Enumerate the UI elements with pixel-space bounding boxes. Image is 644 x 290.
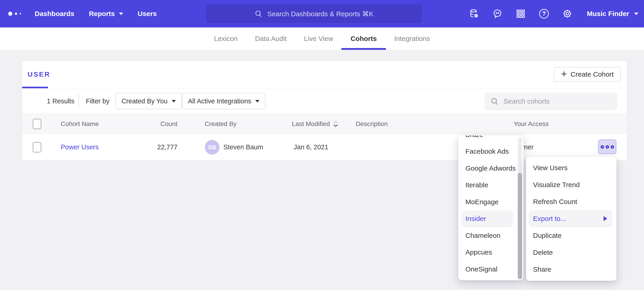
- column-header-created-by[interactable]: Created By: [204, 114, 236, 134]
- tab-user-cohorts[interactable]: USER: [28, 70, 50, 78]
- feedback-icon[interactable]: [492, 9, 502, 19]
- column-header-label: Last Modified: [292, 120, 330, 128]
- menu-item-duplicate[interactable]: Duplicate: [526, 227, 616, 244]
- cohort-name-link[interactable]: Power Users: [61, 134, 99, 160]
- nav-item-label: Users: [138, 10, 157, 18]
- tab-label: Lexicon: [214, 35, 238, 43]
- tab-label: Data Audit: [255, 35, 286, 43]
- row-actions-button[interactable]: [598, 139, 616, 154]
- menu-item-refresh-count[interactable]: Refresh Count: [526, 193, 616, 210]
- filter-integrations-dropdown[interactable]: All Active Integrations: [182, 93, 265, 109]
- menu-item-export-to[interactable]: Export to...: [529, 210, 612, 227]
- select-all-checkbox[interactable]: [33, 119, 41, 129]
- top-nav-right-controls: Music Finder: [469, 0, 638, 28]
- submenu-item-onesignal[interactable]: OneSignal: [458, 261, 524, 278]
- submenu-item-moengage[interactable]: MoEngage: [458, 194, 524, 210]
- avatar: SB: [205, 140, 220, 155]
- plus-icon: [561, 69, 567, 79]
- apps-grid-icon[interactable]: [516, 9, 526, 19]
- create-cohort-button[interactable]: Create Cohort: [554, 67, 621, 82]
- search-cohorts-placeholder: Search cohorts: [504, 97, 550, 105]
- column-header-description[interactable]: Description: [356, 114, 388, 134]
- nav-item-dashboards[interactable]: Dashboards: [35, 10, 74, 18]
- submenu-item-appcues[interactable]: Appcues: [458, 244, 524, 261]
- column-header-count[interactable]: Count: [136, 114, 178, 134]
- cohorts-page: USER Create Cohort 1 Results Filter by C…: [0, 50, 644, 290]
- nav-item-label: Dashboards: [35, 10, 74, 18]
- tab-cohorts[interactable]: Cohorts: [350, 28, 377, 50]
- submenu-item-braze[interactable]: Braze: [458, 135, 524, 143]
- menu-item-view-users[interactable]: View Users: [526, 160, 616, 176]
- row-context-menu: View Users Visualize Trend Refresh Count…: [526, 157, 616, 281]
- scrollbar-thumb[interactable]: [518, 173, 522, 279]
- settings-gear-icon[interactable]: [562, 9, 572, 19]
- create-cohort-label: Create Cohort: [571, 70, 614, 78]
- created-by-name: Steven Baum: [223, 134, 263, 160]
- active-tab-underline: [22, 87, 48, 88]
- menu-item-visualize-trend[interactable]: Visualize Trend: [526, 176, 616, 193]
- logo-dot-medium: [15, 13, 17, 15]
- chevron-down-icon: [172, 100, 176, 102]
- submenu-arrow-icon: [604, 216, 607, 221]
- project-selector[interactable]: Music Finder: [587, 10, 638, 18]
- cohorts-card: USER Create Cohort 1 Results Filter by C…: [22, 61, 627, 161]
- data-settings-icon[interactable]: [469, 9, 479, 19]
- menu-item-label: Export to...: [533, 215, 566, 223]
- ellipsis-dot: [606, 145, 609, 149]
- tab-label: Integrations: [394, 35, 430, 43]
- sort-icon: [333, 120, 339, 127]
- search-cohorts-input[interactable]: Search cohorts: [484, 92, 617, 110]
- submenu-item-iterable[interactable]: Iterable: [458, 177, 524, 194]
- tab-label: Cohorts: [350, 35, 377, 43]
- section-tab-bar: Lexicon Data Audit Live View Cohorts Int…: [0, 28, 644, 50]
- vertical-divider: [78, 94, 79, 108]
- menu-item-delete[interactable]: Delete: [526, 244, 616, 261]
- row-checkbox[interactable]: [33, 142, 41, 153]
- submenu-item-google-adwords[interactable]: Google Adwords: [458, 160, 524, 177]
- ellipsis-dot: [611, 145, 614, 149]
- nav-item-users[interactable]: Users: [138, 10, 157, 18]
- nav-item-reports[interactable]: Reports: [89, 10, 123, 18]
- global-search-placeholder: Search Dashboards & Reports ⌘K: [267, 10, 374, 18]
- filter-created-by-dropdown[interactable]: Created By You: [116, 93, 182, 109]
- nav-item-label: Reports: [89, 10, 115, 18]
- tab-live-view[interactable]: Live View: [304, 28, 333, 50]
- chevron-down-icon: [255, 100, 260, 102]
- last-modified-date: Jan 6, 2021: [294, 134, 328, 160]
- menu-item-share[interactable]: Share: [526, 261, 616, 278]
- chevron-down-icon: [119, 13, 123, 15]
- filter-label: All Active Integrations: [188, 97, 251, 105]
- top-navigation-bar: Dashboards Reports Users Search Dashboar…: [0, 0, 644, 28]
- filter-toolbar: 1 Results Filter by Created By You All A…: [22, 88, 627, 114]
- column-header-your-access[interactable]: Your Access: [508, 114, 554, 134]
- cohort-count: 22,777: [136, 134, 178, 160]
- search-icon: [254, 10, 262, 18]
- column-header-cohort-name[interactable]: Cohort Name: [61, 114, 99, 134]
- primary-nav-links: Dashboards Reports Users: [35, 0, 157, 28]
- filter-label: Created By You: [122, 97, 168, 105]
- results-count: 1 Results: [47, 88, 74, 114]
- tab-data-audit[interactable]: Data Audit: [255, 28, 286, 50]
- submenu-item-facebook-ads[interactable]: Facebook Ads: [458, 143, 524, 160]
- tab-label: Live View: [304, 35, 333, 43]
- help-icon[interactable]: [539, 9, 549, 19]
- global-search-bar[interactable]: Search Dashboards & Reports ⌘K: [206, 4, 422, 23]
- filter-by-label: Filter by: [86, 88, 110, 114]
- project-name: Music Finder: [587, 10, 629, 18]
- tab-lexicon[interactable]: Lexicon: [214, 28, 238, 50]
- export-destination-list: Braze Facebook Ads Google Adwords Iterab…: [458, 135, 524, 278]
- export-destination-submenu: Braze Facebook Ads Google Adwords Iterab…: [458, 135, 524, 280]
- ellipsis-dot: [600, 145, 604, 149]
- table-header-row: Cohort Name Count Created By Last Modifi…: [22, 114, 627, 134]
- cohorts-card-header: USER Create Cohort: [22, 61, 627, 88]
- mixpanel-logo[interactable]: [8, 0, 21, 28]
- question-mark-glyph: [539, 9, 549, 19]
- chevron-down-icon: [634, 13, 638, 15]
- logo-dot-small: [20, 13, 21, 15]
- logo-dot-large: [8, 12, 12, 16]
- search-icon: [490, 97, 499, 106]
- tab-integrations[interactable]: Integrations: [394, 28, 430, 50]
- column-header-last-modified[interactable]: Last Modified: [292, 114, 339, 134]
- submenu-item-chameleon[interactable]: Chameleon: [458, 227, 524, 244]
- submenu-item-insider[interactable]: Insider: [462, 210, 513, 227]
